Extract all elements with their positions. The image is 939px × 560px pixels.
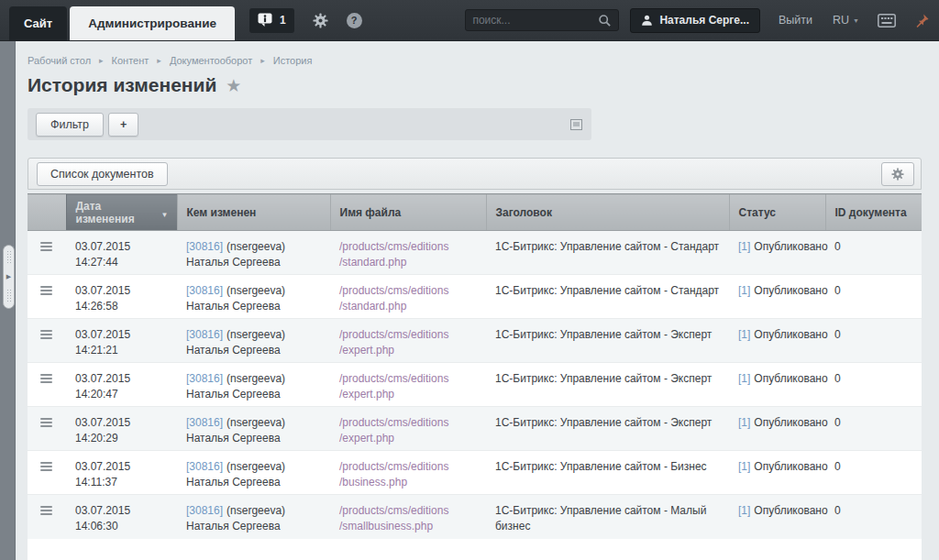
search-input[interactable] [472,14,598,27]
tab-site[interactable]: Сайт [9,6,67,40]
date-value: 03.07.2015 [75,239,168,255]
user-id-link[interactable]: [30816] [186,416,223,429]
row-menu-icon[interactable] [40,330,52,341]
status-text: Опубликовано [754,328,827,341]
time-value: 14:26:58 [75,299,168,314]
user-id-link[interactable]: [30816] [186,240,223,253]
status-id-link[interactable]: [1] [738,284,750,297]
status-text: Опубликовано [754,504,827,517]
hotkeys-keyboard-icon[interactable] [878,14,896,27]
logout-link[interactable]: Выйти [779,14,812,27]
table-row: 03.07.2015 14:20:47 [30816](nsergeeva) Н… [28,363,922,407]
cell-status: [1]Опубликовано [729,275,825,319]
user-id-link[interactable]: [30816] [186,284,223,297]
file-link[interactable]: /products/cms/editions /expert.php [339,327,477,358]
table-row: 03.07.2015 14:20:29 [30816](nsergeeva) Н… [28,407,922,451]
chevron-down-icon: ▼ [853,17,859,24]
add-filter-button[interactable]: + [108,113,138,137]
cell-date: 03.07.2015 14:20:47 [66,363,177,407]
row-menu-icon[interactable] [40,506,52,517]
sidebar-expand-handle[interactable]: ▶ [3,245,15,309]
status-id-link[interactable]: [1] [738,416,750,429]
col-header-date[interactable]: Дата изменения ▼ [66,194,177,231]
row-menu-icon[interactable] [40,374,52,385]
breadcrumb-item-content[interactable]: Контент [112,55,149,66]
document-list-tab[interactable]: Список документов [37,162,168,186]
breadcrumb-item-history[interactable]: История [273,55,313,66]
history-table: Дата изменения ▼ Кем изменен Имя файла З… [28,193,922,539]
user-name: Наталья Серге... [659,14,749,27]
modified-by-name: Наталья Сергеева [186,387,321,402]
row-menu-icon[interactable] [40,242,52,253]
breadcrumb-arrow-icon: ▸ [260,56,265,65]
cell-filename: /products/cms/editions /expert.php [330,319,486,363]
user-id-link[interactable]: [30816] [186,460,223,473]
pin-panel-icon[interactable] [914,13,930,28]
table-row: 03.07.2015 14:21:21 [30816](nsergeeva) Н… [28,319,922,363]
user-login: (nsergeeva) [226,372,285,385]
status-text: Опубликовано [754,416,827,429]
breadcrumb: Рабочий стол ▸ Контент ▸ Документооборот… [28,41,922,66]
page-title: История изменений [28,74,216,96]
status-id-link[interactable]: [1] [738,460,750,473]
cell-filename: /products/cms/editions /expert.php [330,363,486,407]
status-id-link[interactable]: [1] [738,328,750,341]
favorite-star-icon[interactable]: ★ [226,75,241,96]
file-link[interactable]: /products/cms/editions /smallbusiness.ph… [339,503,477,534]
cell-title: 1С-Битрикс: Управление сайтом - Стандарт [486,231,729,275]
cell-modified-by: [30816](nsergeeva) Наталья Сергеева [177,407,330,451]
table-row: 03.07.2015 14:27:44 [30816](nsergeeva) Н… [28,231,922,275]
cell-date: 03.07.2015 14:26:58 [66,275,177,319]
status-text: Опубликовано [754,460,827,473]
tab-administration[interactable]: Администрирование [70,6,235,40]
file-link[interactable]: /products/cms/editions /expert.php [339,415,477,446]
history-table-body: 03.07.2015 14:27:44 [30816](nsergeeva) Н… [28,231,922,539]
breadcrumb-arrow-icon: ▸ [99,56,104,65]
cell-status: [1]Опубликовано [729,319,825,363]
main-panel: Рабочий стол ▸ Контент ▸ Документооборот… [28,41,922,560]
file-link[interactable]: /products/cms/editions /business.php [339,459,477,490]
notification-bubble-icon [258,13,273,27]
cell-row-menu [28,495,66,539]
filter-button[interactable]: Фильтр [36,113,104,137]
user-id-link[interactable]: [30816] [186,504,223,517]
status-text: Опубликовано [754,240,827,253]
col-header-filename[interactable]: Имя файла [330,194,486,231]
status-id-link[interactable]: [1] [738,504,750,517]
cell-row-menu [28,319,66,363]
settings-gear-icon[interactable] [313,13,328,28]
row-menu-icon[interactable] [40,462,52,473]
cell-date: 03.07.2015 14:11:37 [66,451,177,495]
cell-modified-by: [30816](nsergeeva) Наталья Сергеева [177,275,330,319]
col-header-status[interactable]: Статус [729,194,825,231]
row-menu-icon[interactable] [40,418,52,429]
help-icon[interactable]: ? [347,13,362,28]
language-selector[interactable]: RU ▼ [833,14,859,27]
notifications-button[interactable]: 1 [249,8,294,33]
col-header-menu [28,194,66,231]
file-link[interactable]: /products/cms/editions /standard.php [339,239,477,270]
grid-settings-button[interactable] [881,162,914,186]
user-login: (nsergeeva) [226,284,285,297]
status-id-link[interactable]: [1] [738,240,750,253]
cell-doc-id: 0 [825,275,922,319]
breadcrumb-item-workflow[interactable]: Документооборот [170,55,252,66]
user-id-link[interactable]: [30816] [186,328,223,341]
time-value: 14:27:44 [75,255,168,270]
user-icon [641,14,653,27]
modified-by-name: Наталья Сергеева [186,299,321,314]
row-menu-icon[interactable] [40,286,52,297]
file-link[interactable]: /products/cms/editions /standard.php [339,283,477,314]
filter-bar: Фильтр + [28,108,591,140]
filter-panel-toggle-icon[interactable] [570,119,582,130]
user-menu-button[interactable]: Наталья Серге... [630,8,760,33]
status-id-link[interactable]: [1] [738,372,750,385]
user-id-link[interactable]: [30816] [186,372,223,385]
file-link[interactable]: /products/cms/editions /expert.php [339,371,477,402]
search-icon[interactable] [598,14,612,27]
col-header-modified-by[interactable]: Кем изменен [177,194,330,231]
col-header-title[interactable]: Заголовок [486,194,729,231]
breadcrumb-item-desktop[interactable]: Рабочий стол [28,55,91,66]
cell-doc-id: 0 [825,231,922,275]
col-header-doc-id[interactable]: ID документа [825,194,922,231]
